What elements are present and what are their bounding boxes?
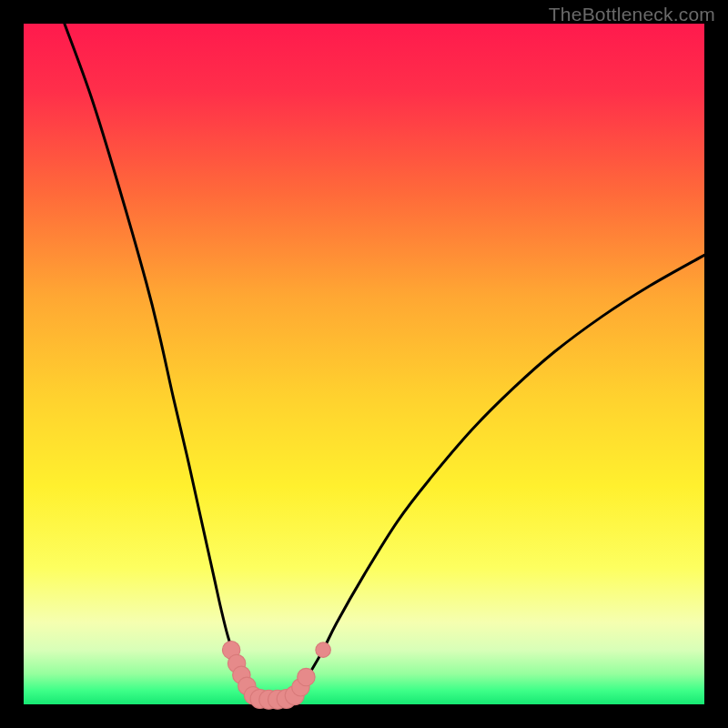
bottleneck-curve	[65, 24, 704, 701]
watermark-label: TheBottleneck.com	[549, 4, 715, 25]
data-marker	[298, 668, 315, 685]
data-markers	[222, 641, 330, 709]
data-marker	[316, 642, 330, 657]
plot-frame	[24, 24, 704, 704]
chart-stage: TheBottleneck.com	[0, 0, 728, 728]
curve-layer	[24, 24, 704, 704]
curve-path	[65, 24, 704, 701]
